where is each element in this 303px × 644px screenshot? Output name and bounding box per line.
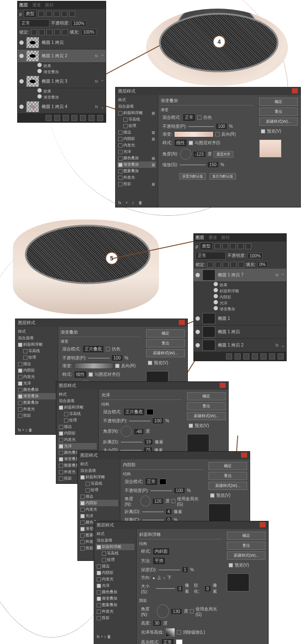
- new-icon[interactable]: [89, 115, 95, 121]
- fx-icon[interactable]: [54, 115, 60, 121]
- reset-default-btn[interactable]: 复位为默认值: [209, 173, 236, 180]
- visibility-icon[interactable]: [37, 94, 42, 99]
- panel-tabs[interactable]: 图层 通道 路径: [18, 1, 106, 9]
- fx-grad[interactable]: 渐变叠加: [18, 94, 106, 100]
- make-default-btn[interactable]: 设置为默认值: [179, 173, 206, 180]
- fx-effects[interactable]: 效果: [18, 63, 106, 69]
- blend-select[interactable]: 正片叠底: [83, 345, 104, 353]
- align-check[interactable]: [189, 141, 193, 145]
- item-oglow[interactable]: 外发光: [117, 174, 156, 181]
- layer-row[interactable]: 椭圆 1 拷贝: [18, 36, 106, 50]
- visibility-icon[interactable]: [37, 63, 42, 67]
- item-texture[interactable]: 纹理: [117, 123, 156, 129]
- fx-grad[interactable]: 渐变叠加: [194, 306, 286, 312]
- layer-row-active[interactable]: 椭圆 1 拷贝 2fx⌃: [18, 50, 106, 63]
- preview-check[interactable]: [261, 129, 265, 133]
- filter-kind[interactable]: 类型: [24, 10, 37, 18]
- gradient-swatch[interactable]: [74, 363, 113, 369]
- lock-icon[interactable]: [31, 29, 37, 35]
- fx-bevel[interactable]: 斜面和浮雕: [194, 288, 286, 294]
- visibility-icon[interactable]: [19, 105, 24, 109]
- visibility-icon[interactable]: [19, 54, 24, 58]
- item-bevel[interactable]: 斜面和浮雕⊞: [117, 110, 156, 116]
- item-blend[interactable]: 混合选项: [117, 103, 156, 110]
- item-grad-active[interactable]: 渐变叠加⊞: [117, 161, 156, 168]
- close-icon[interactable]: [292, 88, 298, 93]
- new-style-button[interactable]: 新建样式(W)...: [259, 118, 298, 126]
- layer-row-active[interactable]: 椭圆 1 拷贝 7fx⌃: [194, 269, 286, 282]
- filter-icon[interactable]: [69, 11, 75, 17]
- item-styles[interactable]: 样式: [117, 97, 156, 103]
- fx-grad[interactable]: 渐变叠加: [18, 69, 106, 75]
- fx-badge[interactable]: fx: [95, 105, 98, 109]
- fx-badge[interactable]: fx: [95, 54, 98, 58]
- close-icon[interactable]: [241, 452, 247, 458]
- layer-row[interactable]: 椭圆 1: [194, 312, 286, 325]
- filter-icon[interactable]: [61, 11, 67, 17]
- item-satin[interactable]: 光泽: [117, 149, 156, 155]
- fx-badge[interactable]: fx: [95, 79, 98, 84]
- lock-icon[interactable]: [39, 29, 45, 35]
- visibility-icon[interactable]: [196, 273, 200, 277]
- close-icon[interactable]: [220, 383, 226, 388]
- tab-layers[interactable]: 图层: [196, 235, 204, 241]
- blend-mode[interactable]: 正常: [196, 252, 226, 260]
- fx-effects[interactable]: 效果: [18, 88, 106, 94]
- link-icon[interactable]: [46, 115, 52, 121]
- adjustment-icon[interactable]: [71, 115, 77, 121]
- item-iglow[interactable]: 内发光: [117, 142, 156, 149]
- filter-icon[interactable]: [38, 11, 44, 17]
- tab-channels[interactable]: 通道: [208, 235, 217, 241]
- filter-icon[interactable]: [46, 11, 52, 17]
- lock-icon[interactable]: [54, 29, 60, 35]
- ok-button[interactable]: 确定: [259, 98, 298, 106]
- scale-input[interactable]: 150: [207, 161, 219, 168]
- item-ishadow[interactable]: 内阴影⊞: [117, 136, 156, 142]
- visibility-icon[interactable]: [37, 88, 42, 93]
- mask-icon[interactable]: [63, 115, 69, 121]
- gradient-swatch[interactable]: [174, 131, 214, 137]
- close-icon[interactable]: [260, 522, 266, 527]
- close-icon[interactable]: [179, 320, 185, 325]
- lock-icon[interactable]: [62, 29, 68, 35]
- item-drop[interactable]: 投影⊞: [117, 181, 156, 187]
- tab-paths[interactable]: 路径: [45, 2, 54, 8]
- visibility-icon[interactable]: [37, 69, 42, 73]
- visibility-icon[interactable]: [19, 79, 24, 84]
- item-pattern[interactable]: 图案叠加: [117, 168, 156, 174]
- opacity-input[interactable]: 100: [216, 123, 227, 130]
- panel-tabs[interactable]: 图层 通道 路径: [194, 234, 286, 242]
- lock-icon[interactable]: [46, 29, 52, 35]
- group-icon[interactable]: [80, 115, 86, 121]
- blend-mode[interactable]: 正常: [19, 19, 49, 27]
- layer-row[interactable]: 椭圆 1 拷贝 4fx⌄: [18, 100, 106, 114]
- item-stroke[interactable]: 描边⊞: [117, 129, 156, 136]
- color-swatch[interactable]: [147, 409, 153, 415]
- cancel-button[interactable]: 复位: [259, 108, 298, 116]
- color-swatch[interactable]: [159, 479, 166, 485]
- filter-icon[interactable]: [54, 11, 60, 17]
- opacity-value[interactable]: 100%: [71, 20, 87, 27]
- fx-effects[interactable]: 效果: [194, 282, 286, 288]
- item-color[interactable]: 颜色叠加⊞: [117, 155, 156, 161]
- tab-layers[interactable]: 图层: [19, 2, 28, 8]
- layer-row[interactable]: 椭圆 1 拷贝 2fx⌄: [194, 339, 286, 352]
- layer-row[interactable]: 椭圆 1 拷贝 3fx⌃: [18, 75, 106, 88]
- tab-channels[interactable]: 通道: [32, 2, 41, 8]
- blend-select[interactable]: 正常: [183, 114, 196, 121]
- filter-kind[interactable]: 类型: [200, 242, 213, 250]
- layer-row[interactable]: 椭圆 1 拷贝: [194, 325, 286, 339]
- grad-style[interactable]: 线性: [174, 139, 187, 147]
- dither-check[interactable]: [197, 115, 202, 120]
- item-contour[interactable]: 等高线: [117, 116, 156, 123]
- trash-icon[interactable]: [97, 115, 103, 121]
- fx-ishadow[interactable]: 内阴影: [194, 294, 286, 300]
- opacity-value[interactable]: 100%: [248, 253, 263, 259]
- reverse-check[interactable]: [215, 132, 220, 136]
- angle-input[interactable]: -123: [193, 151, 206, 158]
- angle-dial[interactable]: [180, 149, 191, 160]
- fill-value[interactable]: 100%: [81, 29, 97, 35]
- fill-value[interactable]: 0%: [257, 261, 268, 268]
- visibility-icon[interactable]: [19, 40, 24, 45]
- fx-satin[interactable]: 光泽: [194, 300, 286, 306]
